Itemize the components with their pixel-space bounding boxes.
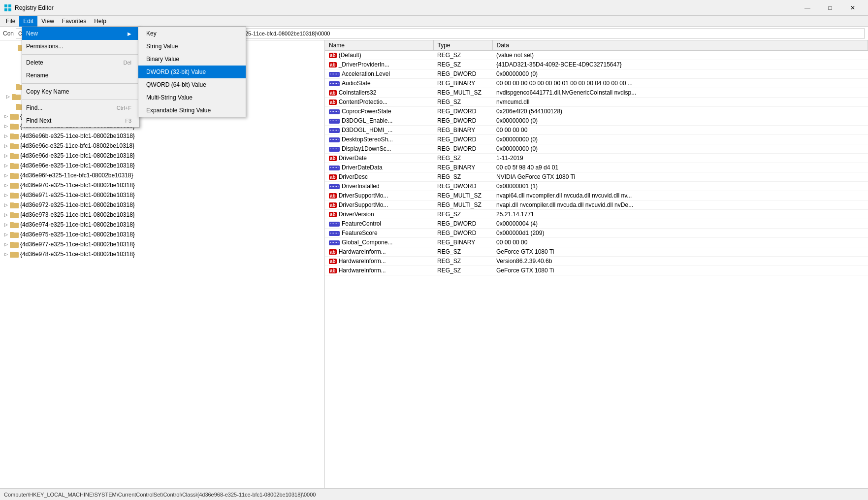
table-row[interactable]: abDriverSupportMo... REG_MULTI_SZ nvapi6…	[325, 191, 868, 200]
minimize-button[interactable]: —	[796, 0, 819, 16]
tree-item-guid-970[interactable]: ▷ {4d36e970-e325-11ce-bfc1-08002be10318}	[0, 180, 324, 190]
cell-name: ⋯⋯CoprocPowerState	[325, 107, 433, 116]
menu-view[interactable]: View	[37, 16, 58, 27]
table-row[interactable]: ⋯⋯Display1DownSc... REG_DWORD 0x00000000…	[325, 144, 868, 154]
tree-item-guid-96b[interactable]: ▷ {4d36e96b-e325-11ce-bfc1-08002be10318}	[0, 131, 324, 141]
menu-item-new[interactable]: New ▶	[22, 27, 139, 40]
menu-edit[interactable]: Edit	[19, 16, 37, 27]
reg-icon: ab	[329, 259, 337, 264]
table-row[interactable]: abHardwareInform... REG_SZ Version86.2.3…	[325, 257, 868, 266]
cell-type: REG_DWORD	[433, 135, 492, 144]
submenu-item-qword[interactable]: QWORD (64-bit) Value	[138, 78, 246, 91]
table-row[interactable]: abCoInstallers32 REG_MULTI_SZ nvdispgenc…	[325, 88, 868, 98]
submenu-item-expandable[interactable]: Expandable String Value	[138, 104, 246, 117]
app-icon	[4, 4, 12, 12]
folder-icon	[10, 241, 19, 248]
submenu-item-dword[interactable]: DWORD (32-bit) Value	[138, 66, 246, 78]
tree-item-guid-978[interactable]: ▷ {4d36e978-e325-11ce-bfc1-08002be10318}	[0, 249, 324, 259]
table-row[interactable]: ⋯⋯Global_Compone... REG_BINARY 00 00 00 …	[325, 238, 868, 247]
cell-name: ⋯⋯D3DOGL_HDMI_...	[325, 126, 433, 135]
cell-name: abCoInstallers32	[325, 88, 433, 98]
table-row[interactable]: ⋯⋯FeatureControl REG_DWORD 0x00000004 (4…	[325, 219, 868, 229]
tree-label: {4d36e974-e325-11ce-bfc1-08002be10318}	[20, 221, 135, 228]
submenu-item-string[interactable]: String Value	[138, 40, 246, 53]
menu-file[interactable]: File	[2, 16, 19, 27]
table-row[interactable]: abDriverVersion REG_SZ 25.21.14.1771	[325, 210, 868, 219]
table-row[interactable]: ⋯⋯CoprocPowerState REG_DWORD 0x206e4f20 …	[325, 107, 868, 116]
table-row[interactable]: ⋯⋯D3DOGL_HDMI_... REG_BINARY 00 00 00 00	[325, 126, 868, 135]
cell-name: abHardwareInform...	[325, 266, 433, 275]
table-row[interactable]: ⋯⋯AudioState REG_BINARY 00 00 00 00 00 0…	[325, 79, 868, 88]
table-row[interactable]: ⋯⋯D3DOGL_Enable... REG_DWORD 0x00000000 …	[325, 116, 868, 126]
svg-rect-0	[4, 4, 7, 7]
cell-name: abDriverSupportMo...	[325, 191, 433, 200]
table-row[interactable]: ⋯⋯Acceleration.Level REG_DWORD 0x0000000…	[325, 69, 868, 79]
col-header-type[interactable]: Type	[433, 40, 492, 51]
submenu-item-binary-label: Binary Value	[146, 56, 179, 63]
maximize-button[interactable]: □	[819, 0, 841, 16]
svg-rect-15	[12, 94, 16, 96]
submenu-item-expandable-label: Expandable String Value	[146, 107, 211, 114]
col-header-name[interactable]: Name	[325, 40, 433, 51]
menu-item-rename[interactable]: Rename	[22, 69, 139, 82]
cell-data: nvapi64.dll nvcompiler.dll nvcuda.dll nv…	[492, 191, 868, 200]
svg-rect-5	[18, 45, 22, 46]
menu-item-find-next[interactable]: Find Next F3	[22, 114, 139, 127]
table-row[interactable]: abHardwareInform... REG_SZ GeForce GTX 1…	[325, 266, 868, 275]
menu-item-copy-key[interactable]: Copy Key Name	[22, 85, 139, 98]
menu-item-find-label: Find...	[26, 104, 42, 111]
cell-type: REG_DWORD	[433, 69, 492, 79]
table-row[interactable]: abDriverDesc REG_SZ NVIDIA GeForce GTX 1…	[325, 172, 868, 182]
svg-rect-17	[16, 104, 20, 105]
folder-icon	[10, 211, 19, 218]
tree-item-guid-96f[interactable]: ▷ {4d36e96f-e325-11ce-bfc1-08002be10318}	[0, 170, 324, 180]
table-row[interactable]: abDriverDate REG_SZ 1-11-2019	[325, 154, 868, 163]
submenu-item-key[interactable]: Key	[138, 27, 246, 40]
cell-name: ⋯⋯Display1DownSc...	[325, 144, 433, 154]
tree-item-guid-971[interactable]: ▷ {4d36e971-e325-11ce-bfc1-08002be10318}	[0, 190, 324, 200]
reg-icon: ab	[329, 249, 337, 255]
tree-item-guid-975[interactable]: ▷ {4d36e975-e325-11ce-bfc1-08002be10318}	[0, 230, 324, 239]
reg-icon: ⋯⋯	[329, 184, 340, 189]
reg-icon: ab	[329, 62, 337, 67]
tree-item-guid-96c[interactable]: ▷ {4d36e96c-e325-11ce-bfc1-08002be10318}	[0, 141, 324, 151]
tree-item-guid-977[interactable]: ▷ {4d36e977-e325-11ce-bfc1-08002be10318}	[0, 239, 324, 249]
table-row[interactable]: ab_DriverProviderIn... REG_SZ {41DAD321-…	[325, 60, 868, 69]
menu-item-find[interactable]: Find... Ctrl+F	[22, 101, 139, 114]
table-row[interactable]: abContentProtectio... REG_SZ nvmcumd.dll	[325, 98, 868, 107]
submenu-item-binary[interactable]: Binary Value	[138, 53, 246, 66]
reg-icon: ⋯⋯	[329, 147, 340, 152]
menu-item-permissions[interactable]: Permissions...	[22, 40, 139, 53]
tree-item-guid-972[interactable]: ▷ {4d36e972-e325-11ce-bfc1-08002be10318}	[0, 200, 324, 210]
tree-item-guid-96e[interactable]: ▷ {4d36e96e-e325-11ce-bfc1-08002be10318}	[0, 161, 324, 170]
table-row[interactable]: ⋯⋯DriverDateData REG_BINARY 00 c0 5f 98 …	[325, 163, 868, 172]
col-header-data[interactable]: Data	[492, 40, 868, 51]
cell-type: REG_BINARY	[433, 79, 492, 88]
svg-rect-19	[10, 114, 14, 115]
submenu-item-multistring[interactable]: Multi-String Value	[138, 91, 246, 104]
tree-item-guid-973[interactable]: ▷ {4d36e973-e325-11ce-bfc1-08002be10318}	[0, 210, 324, 220]
tree-item-guid-974[interactable]: ▷ {4d36e974-e325-11ce-bfc1-08002be10318}	[0, 220, 324, 230]
reg-icon: ⋯⋯	[329, 128, 340, 133]
close-button[interactable]: ✕	[841, 0, 864, 16]
table-row[interactable]: ⋯⋯DriverInstalled REG_DWORD 0x00000001 (…	[325, 182, 868, 191]
table-row[interactable]: ⋯⋯FeatureScore REG_DWORD 0x000000d1 (209…	[325, 229, 868, 238]
reg-icon: ⋯⋯	[329, 137, 340, 142]
tree-label: {4d36e96b-e325-11ce-bfc1-08002be10318}	[20, 133, 135, 139]
table-row[interactable]: ⋯⋯DesktopStereoSh... REG_DWORD 0x0000000…	[325, 135, 868, 144]
table-row[interactable]: abHardwareInform... REG_SZ GeForce GTX 1…	[325, 247, 868, 257]
menu-item-delete[interactable]: Delete Del	[22, 56, 139, 69]
table-row[interactable]: abDriverSupportMo... REG_MULTI_SZ nvapi.…	[325, 200, 868, 210]
cell-data: 0x000000d1 (209)	[492, 229, 868, 238]
submenu-item-dword-label: DWORD (32-bit) Value	[146, 68, 206, 75]
tree-item-guid-96d[interactable]: ▷ {4d36e96d-e325-11ce-bfc1-08002be10318}	[0, 151, 324, 161]
table-row[interactable]: ab(Default) REG_SZ (value not set)	[325, 51, 868, 60]
menu-favorites[interactable]: Favorites	[58, 16, 90, 27]
cell-name: ⋯⋯FeatureControl	[325, 219, 433, 229]
cell-data: GeForce GTX 1080 Ti	[492, 247, 868, 257]
address-label-con: Con	[3, 30, 14, 37]
menu-help[interactable]: Help	[90, 16, 110, 27]
cell-type: REG_MULTI_SZ	[433, 88, 492, 98]
cell-name: ab_DriverProviderIn...	[325, 60, 433, 69]
reg-icon: ⋯⋯	[329, 231, 340, 236]
